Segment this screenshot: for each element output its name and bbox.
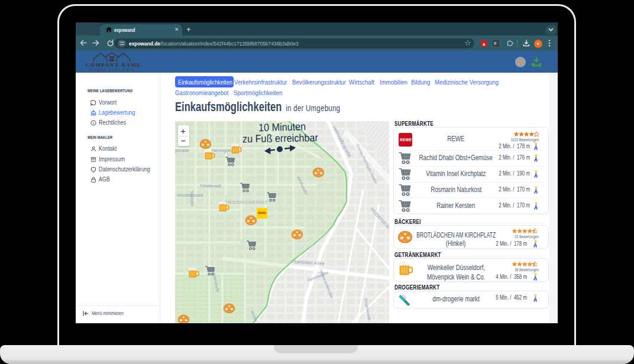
svg-text:Talstraße: Talstraße (190, 191, 195, 207)
svg-text:Netto: Netto (258, 211, 267, 214)
svg-text:FRIEDRICHSTADT: FRIEDRICHSTADT (225, 200, 268, 204)
svg-text:Fürstenwall: Fürstenwall (200, 184, 221, 188)
svg-text:gstraße: gstraße (175, 148, 189, 153)
